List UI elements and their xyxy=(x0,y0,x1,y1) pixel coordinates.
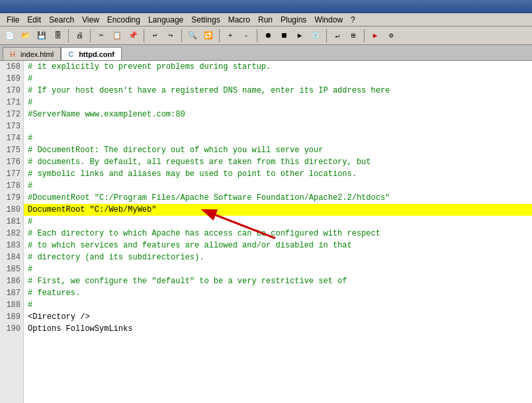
code-line-173[interactable] xyxy=(24,120,532,132)
code-line-188[interactable]: # xyxy=(24,299,532,311)
paste-button[interactable]: 📌 xyxy=(126,28,140,43)
cut-button[interactable]: ✂ xyxy=(94,28,109,43)
code-line-172[interactable]: #ServerName www.examplenet.com:80 xyxy=(24,109,532,120)
line-numbers: 1681691701711721731741751761771781791801… xyxy=(0,61,24,403)
tab-httpd-conf-label: httpd.conf xyxy=(79,50,114,58)
find-button[interactable]: 🔍 xyxy=(185,28,200,43)
menu-file[interactable]: File xyxy=(3,14,23,26)
tab-index-html[interactable]: H index.html xyxy=(3,47,61,60)
conf-file-icon: C xyxy=(68,50,76,58)
code-line-174[interactable]: # xyxy=(24,132,532,144)
wordwrap-button[interactable]: ↵ xyxy=(330,28,345,43)
title-bar xyxy=(0,0,532,13)
new-button[interactable]: 📄 xyxy=(3,28,17,43)
code-line-168[interactable]: # it explicitly to prevent problems duri… xyxy=(24,61,532,73)
zoom-out-button[interactable]: - xyxy=(239,28,253,43)
html-file-icon: H xyxy=(10,50,18,58)
line-num-172: 172 xyxy=(0,109,23,120)
menu-run[interactable]: Run xyxy=(254,14,277,26)
code-line-185[interactable]: # xyxy=(24,263,532,275)
menu-search[interactable]: Search xyxy=(45,14,78,26)
line-num-182: 182 xyxy=(0,228,23,240)
line-num-174: 174 xyxy=(0,132,23,144)
menu-settings[interactable]: Settings xyxy=(187,14,224,26)
editor[interactable]: 1681691701711721731741751761771781791801… xyxy=(0,61,532,403)
code-line-186[interactable]: # First, we configure the "default" to b… xyxy=(24,275,532,287)
menu-view[interactable]: View xyxy=(78,14,103,26)
menu-window[interactable]: Window xyxy=(310,14,347,26)
code-line-171[interactable]: # xyxy=(24,97,532,109)
code-line-183[interactable]: # to which services and features are all… xyxy=(24,240,532,251)
toolbar-sep-7 xyxy=(326,29,327,42)
line-num-179: 179 xyxy=(0,192,23,204)
menu-edit[interactable]: Edit xyxy=(23,14,45,26)
code-line-177[interactable]: # symbolic links and aliases may be used… xyxy=(24,168,532,180)
line-num-189: 189 xyxy=(0,311,23,323)
macro-play-button[interactable]: ▶ xyxy=(292,28,307,43)
run-button[interactable]: ▶ xyxy=(368,28,382,43)
toolbar-sep-5 xyxy=(219,29,220,42)
code-line-178[interactable]: # xyxy=(24,180,532,192)
tab-index-html-label: index.html xyxy=(21,50,54,58)
tab-bar: H index.html C httpd.conf xyxy=(0,45,532,61)
line-num-190: 190 xyxy=(0,323,23,335)
undo-button[interactable]: ↩ xyxy=(148,28,162,43)
code-line-176[interactable]: # documents. By default, all requests ar… xyxy=(24,156,532,168)
toolbar-sep-6 xyxy=(257,29,257,42)
macro-rec-button[interactable]: ⏺ xyxy=(261,28,275,43)
code-line-180[interactable]: DocumentRoot "C:/Web/MyWeb" xyxy=(24,204,532,216)
line-num-187: 187 xyxy=(0,287,23,299)
save-all-button[interactable]: 🗄 xyxy=(50,28,65,43)
code-line-175[interactable]: # DocumentRoot: The directory out of whi… xyxy=(24,144,532,156)
config-button[interactable]: ⚙ xyxy=(384,28,398,43)
open-button[interactable]: 📂 xyxy=(19,28,33,43)
code-line-190[interactable]: Options FollowSymLinks xyxy=(24,323,532,335)
code-line-181[interactable]: # xyxy=(24,216,532,228)
line-num-183: 183 xyxy=(0,240,23,251)
code-line-169[interactable]: # xyxy=(24,73,532,85)
code-line-170[interactable]: # If your host doesn't have a registered… xyxy=(24,85,532,97)
copy-button[interactable]: 📋 xyxy=(110,28,124,43)
line-num-169: 169 xyxy=(0,73,23,85)
toolbar-sep-4 xyxy=(181,29,182,42)
code-content[interactable]: # it explicitly to prevent problems duri… xyxy=(24,61,532,403)
line-num-184: 184 xyxy=(0,251,23,263)
print-button[interactable]: 🖨 xyxy=(72,28,87,43)
menu-language[interactable]: Language xyxy=(144,14,187,26)
line-num-175: 175 xyxy=(0,144,23,156)
menu-help[interactable]: ? xyxy=(347,14,359,26)
line-num-171: 171 xyxy=(0,97,23,109)
line-num-177: 177 xyxy=(0,168,23,180)
toolbar-sep-8 xyxy=(364,29,365,42)
code-line-182[interactable]: # Each directory to which Apache has acc… xyxy=(24,228,532,240)
toolbar-sep-2 xyxy=(90,29,91,42)
code-wrapper[interactable]: # it explicitly to prevent problems duri… xyxy=(24,61,532,403)
menu-encoding[interactable]: Encoding xyxy=(103,14,144,26)
replace-button[interactable]: 🔁 xyxy=(201,28,216,43)
line-num-178: 178 xyxy=(0,180,23,192)
toolbar: 📄 📂 💾 🗄 🖨 ✂ 📋 📌 ↩ ↪ 🔍 🔁 + - ⏺ ⏹ ▶ 💿 ↵ ⊞ … xyxy=(0,26,532,45)
line-num-181: 181 xyxy=(0,216,23,228)
menu-plugins[interactable]: Plugins xyxy=(277,14,310,26)
tab-httpd-conf[interactable]: C httpd.conf xyxy=(61,47,122,60)
code-line-187[interactable]: # features. xyxy=(24,287,532,299)
indent-button[interactable]: ⊞ xyxy=(346,28,361,43)
menu-macro[interactable]: Macro xyxy=(224,14,254,26)
line-num-173: 173 xyxy=(0,120,23,132)
toolbar-sep-3 xyxy=(144,29,144,42)
save-button[interactable]: 💾 xyxy=(34,28,49,43)
code-line-184[interactable]: # directory (and its subdirectories). xyxy=(24,251,532,263)
macro-stop-button[interactable]: ⏹ xyxy=(277,28,291,43)
menu-bar: File Edit Search View Encoding Language … xyxy=(0,13,532,26)
line-num-180: 180 xyxy=(0,204,23,216)
line-num-168: 168 xyxy=(0,61,23,73)
line-num-188: 188 xyxy=(0,299,23,311)
code-line-179[interactable]: #DocumentRoot "C:/Program Files/Apache S… xyxy=(24,192,532,204)
toolbar-sep-1 xyxy=(68,29,69,42)
redo-button[interactable]: ↪ xyxy=(163,28,178,43)
line-num-170: 170 xyxy=(0,85,23,97)
macro-save-button[interactable]: 💿 xyxy=(308,28,323,43)
zoom-in-button[interactable]: + xyxy=(223,28,238,43)
line-num-176: 176 xyxy=(0,156,23,168)
code-line-189[interactable]: <Directory /> xyxy=(24,311,532,323)
